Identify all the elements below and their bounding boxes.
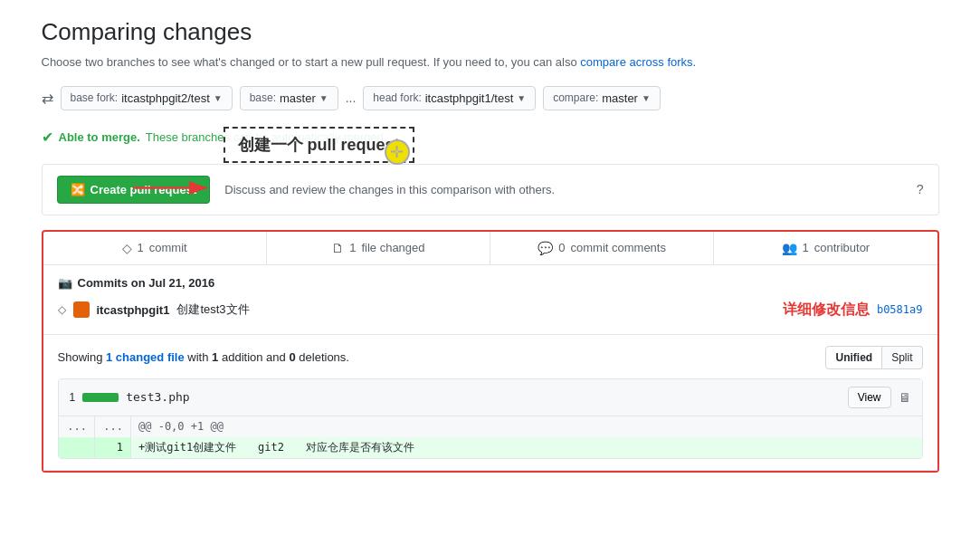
contributors-label: contributor xyxy=(814,241,870,254)
deletion-count: 0 xyxy=(289,350,295,364)
compare-value: master xyxy=(602,91,638,105)
diff-line-num-left: ... xyxy=(59,416,95,437)
file-color-bar xyxy=(82,393,119,402)
base-label: base: xyxy=(250,91,276,104)
commits-label: commit xyxy=(149,241,187,254)
subtitle: Choose two branches to see what's change… xyxy=(42,53,939,72)
base-fork-chevron: ▼ xyxy=(214,93,223,103)
diff-line-count: 1 xyxy=(70,391,76,404)
page-title: Comparing changes xyxy=(42,18,939,46)
create-pr-btn-label: Create pull request xyxy=(90,183,197,196)
table-row: 1 +测试git1创建文件 git2 对应仓库是否有该文件 xyxy=(59,437,922,458)
stat-files: 🗋 1 file changed xyxy=(267,232,490,264)
file-diff-header: 1 test3.php View 🖥 xyxy=(59,379,922,416)
compare-label: compare: xyxy=(553,91,598,104)
diff-line-num-right: ... xyxy=(95,416,131,437)
head-fork-value: itcastphpgit1/test xyxy=(425,91,514,105)
base-branch-button[interactable]: base: master ▼ xyxy=(240,86,338,110)
head-fork-chevron: ▼ xyxy=(517,93,526,103)
commits-date-icon: 📷 xyxy=(58,276,72,290)
head-fork-button[interactable]: head fork: itcastphpgit1/test ▼ xyxy=(363,86,536,110)
base-fork-button[interactable]: base fork: itcastphpgit2/test ▼ xyxy=(61,86,233,110)
file-diff: 1 test3.php View 🖥 ... ... @@ -0,0 +1 @@ xyxy=(58,378,923,459)
subtitle-text: Choose two branches to see what's change… xyxy=(42,55,577,69)
and-text: and xyxy=(266,350,286,364)
commits-date-label: Commits on Jul 21, 2016 xyxy=(78,276,215,290)
avatar xyxy=(73,301,90,318)
stats-section: ◇ 1 commit 🗋 1 file changed 💬 0 commit c… xyxy=(42,230,939,473)
compare-branch-chevron: ▼ xyxy=(642,93,651,103)
base-branch-chevron: ▼ xyxy=(319,93,328,103)
create-pr-section: 创建一个 pull request ✛ 🔀 Create pull reques… xyxy=(42,164,939,215)
view-file-button[interactable]: View xyxy=(848,387,891,408)
base-fork-label: base fork: xyxy=(71,91,119,104)
diff-table: ... ... @@ -0,0 +1 @@ 1 +测试git1创建文件 git2… xyxy=(59,416,922,458)
contributors-count: 1 xyxy=(803,241,809,254)
changed-file-link[interactable]: 1 changed file xyxy=(106,350,185,364)
comments-count: 0 xyxy=(558,241,565,254)
file-changed-section: Showing 1 changed file with 1 addition a… xyxy=(43,335,937,471)
merge-status: ✔ Able to merge. These branches can be a… xyxy=(42,121,939,153)
file-changed-text: Showing 1 changed file with 1 addition a… xyxy=(58,350,349,364)
commits-section: 📷 Commits on Jul 21, 2016 ◇ itcastphpgit… xyxy=(43,265,937,335)
diff-line-content: +测试git1创建文件 git2 对应仓库是否有该文件 xyxy=(131,437,922,458)
commit-hash[interactable]: b0581a9 xyxy=(877,303,923,316)
diff-line-content: @@ -0,0 +1 @@ xyxy=(131,416,922,437)
commit-annotation: 详细修改信息 xyxy=(783,301,870,320)
unified-view-button[interactable]: Unified xyxy=(825,346,882,369)
diff-line-num-right: 1 xyxy=(95,437,131,458)
help-icon[interactable]: ? xyxy=(917,182,924,196)
stat-contributors: 👥 1 contributor xyxy=(714,232,937,264)
commits-icon: ◇ xyxy=(122,241,132,255)
stat-comments: 💬 0 commit comments xyxy=(490,232,714,264)
file-name: test3.php xyxy=(126,390,189,404)
commit-dot: ◇ xyxy=(58,303,66,316)
page-container: Comparing changes Choose two branches to… xyxy=(20,0,961,491)
commit-author: itcastphpgit1 xyxy=(97,303,170,317)
base-value: master xyxy=(280,91,316,105)
comments-icon: 💬 xyxy=(538,241,553,255)
pr-icon: 🔀 xyxy=(71,183,85,196)
view-buttons: Unified Split xyxy=(825,346,922,369)
merge-status-bold: Able to merge. xyxy=(59,130,140,144)
create-pr-description: Discuss and review the changes in this c… xyxy=(224,183,901,196)
head-fork-label: head fork: xyxy=(373,91,421,104)
dots-separator: ... xyxy=(346,91,357,105)
base-fork-value: itcastphpgit2/test xyxy=(121,91,210,105)
commits-date: 📷 Commits on Jul 21, 2016 xyxy=(58,276,923,290)
table-row: ... ... @@ -0,0 +1 @@ xyxy=(59,416,922,437)
deletion-label: deletions. xyxy=(299,350,349,364)
branch-selector-row: ⇄ base fork: itcastphpgit2/test ▼ base: … xyxy=(42,86,939,110)
branch-icon: ⇄ xyxy=(42,90,53,107)
stats-bar: ◇ 1 commit 🗋 1 file changed 💬 0 commit c… xyxy=(43,232,937,265)
stat-commits: ◇ 1 commit xyxy=(43,232,267,264)
create-pull-request-button[interactable]: 🔀 Create pull request xyxy=(57,176,211,204)
monitor-icon[interactable]: 🖥 xyxy=(899,390,911,405)
contributors-icon: 👥 xyxy=(782,241,797,255)
addition-label: addition xyxy=(222,350,263,364)
merge-check-icon: ✔ xyxy=(42,129,53,146)
addition-count: 1 xyxy=(212,350,218,364)
compare-forks-link[interactable]: compare across forks. xyxy=(580,55,696,69)
compare-branch-button[interactable]: compare: master ▼ xyxy=(543,86,661,110)
diff-line-num-left xyxy=(59,437,95,458)
showing-text: Showing xyxy=(58,350,103,364)
merge-status-text: These branches can be automatically merg… xyxy=(146,130,387,144)
split-view-button[interactable]: Split xyxy=(882,346,922,369)
files-label: file changed xyxy=(361,241,424,254)
files-icon: 🗋 xyxy=(331,241,344,255)
commit-message: 创建test3文件 xyxy=(176,301,768,318)
comments-label: commit comments xyxy=(571,241,666,254)
commits-count: 1 xyxy=(138,241,144,254)
table-row: ◇ itcastphpgit1 创建test3文件 详细修改信息 b0581a9 xyxy=(58,297,923,323)
files-count: 1 xyxy=(349,241,356,254)
file-changed-info: Showing 1 changed file with 1 addition a… xyxy=(58,346,923,369)
with-text: with xyxy=(187,350,208,364)
